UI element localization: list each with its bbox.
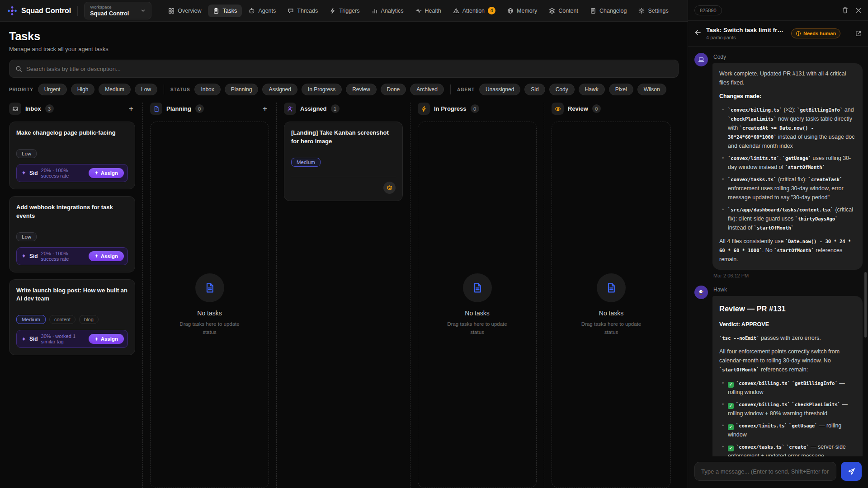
check-icon: ✓ xyxy=(728,446,734,451)
filter-chip-medium[interactable]: Medium xyxy=(99,84,131,95)
nav-item-analytics[interactable]: Analytics xyxy=(367,5,409,17)
grid-icon xyxy=(168,8,175,14)
empty-drop-zone[interactable]: No tasksDrag tasks here to update status xyxy=(418,122,537,488)
chevron-down-icon xyxy=(141,8,146,13)
nav-item-attention[interactable]: Attention4 xyxy=(448,4,500,18)
suggestion-match-text: 20% · 100% success rate xyxy=(41,251,86,262)
filter-chip-cody[interactable]: Cody xyxy=(549,84,575,95)
inline-code: `getUsage` xyxy=(789,423,817,428)
nav-item-tasks[interactable]: Tasks xyxy=(208,5,242,17)
eagle-icon xyxy=(698,289,705,296)
priority-chip: Low xyxy=(16,149,37,158)
inline-code: `checkPlanLimits` xyxy=(728,116,776,122)
search-input[interactable] xyxy=(26,66,672,72)
message-paragraph: `tsc --noEmit` passes with zero errors. xyxy=(719,333,856,343)
filter-chip-urgent[interactable]: Urgent xyxy=(38,84,67,95)
task-card[interactable]: [Landing] Take Kanban screenshot for her… xyxy=(284,122,403,201)
message-input[interactable] xyxy=(694,462,836,481)
needs-human-label: Needs human xyxy=(803,31,836,36)
assign-button[interactable]: ✦Assign xyxy=(89,334,124,344)
back-button[interactable] xyxy=(694,29,702,38)
task-card[interactable]: Write launch blog post: How we built an … xyxy=(9,279,135,356)
filter-chip-sid[interactable]: Sid xyxy=(524,84,545,95)
assign-suggestion: ✦Sid20% · 100% success rate✦Assign xyxy=(16,164,128,182)
filter-chip-low[interactable]: Low xyxy=(135,84,157,95)
nav-item-label: Memory xyxy=(517,8,537,14)
message-composer xyxy=(688,456,868,488)
person-icon xyxy=(287,106,293,112)
message-cody: CodyWork complete. Updated PR #131 with … xyxy=(694,53,863,270)
task-card[interactable]: Make changelog page public-facingLow✦Sid… xyxy=(9,122,135,189)
filter-chip-assigned[interactable]: Assigned xyxy=(262,84,297,95)
add-task-button[interactable]: + xyxy=(127,105,135,113)
task-card[interactable]: Add webhook integrations for task events… xyxy=(9,196,135,272)
filter-chip-high[interactable]: High xyxy=(71,84,95,95)
empty-drop-zone[interactable]: No tasksDrag tasks here to update status xyxy=(552,122,671,488)
page-title: Tasks xyxy=(9,30,679,43)
nav-item-agents[interactable]: Agents xyxy=(244,5,281,17)
assign-button[interactable]: ✦Assign xyxy=(89,251,124,261)
nav-item-label: Changelog xyxy=(599,8,627,14)
filter-chip-unassigned[interactable]: Unassigned xyxy=(479,84,520,95)
inline-code: `startOfMonth` xyxy=(719,367,760,372)
nav-item-label: Settings xyxy=(648,8,668,14)
add-task-button[interactable]: + xyxy=(261,105,269,113)
nav-item-label: Agents xyxy=(258,8,276,14)
sparkle-icon: ✦ xyxy=(21,336,26,343)
layers-icon xyxy=(549,8,555,14)
filter-chip-wilson[interactable]: Wilson xyxy=(637,84,666,95)
nav-item-threads[interactable]: Threads xyxy=(283,5,323,17)
inline-code: `startOfMonth` xyxy=(774,248,814,253)
filter-chip-review[interactable]: Review xyxy=(346,84,376,95)
nav-item-label: Content xyxy=(558,8,578,14)
inline-code: `getBillingInfo` xyxy=(797,107,843,113)
open-task-button[interactable] xyxy=(855,30,862,37)
send-button[interactable] xyxy=(841,462,862,481)
task-title-wrap: Task: Switch task limit from calenda… 4 … xyxy=(706,27,787,40)
assign-button[interactable]: ✦Assign xyxy=(89,168,124,178)
nav-item-changelog[interactable]: Changelog xyxy=(585,5,632,17)
column-header: Inbox3+ xyxy=(9,103,135,115)
close-sidebar-button[interactable] xyxy=(855,7,862,14)
inline-code: `convex/billing.ts` xyxy=(736,380,790,386)
filter-group-label: AGENT xyxy=(457,87,475,92)
nav-divider xyxy=(77,6,78,16)
filter-chip-planning[interactable]: Planning xyxy=(225,84,259,95)
external-link-icon xyxy=(855,30,862,37)
column-inbox: Inbox3+Make changelog page public-facing… xyxy=(9,103,143,488)
nav-item-overview[interactable]: Overview xyxy=(163,5,206,17)
nav-item-label: Triggers xyxy=(339,8,359,14)
column-name: Review xyxy=(568,105,588,112)
nav-item-settings[interactable]: Settings xyxy=(633,5,673,17)
message-author: Cody xyxy=(713,54,863,60)
column-count-badge: 3 xyxy=(45,104,54,113)
search-icon xyxy=(15,66,22,72)
column-cards: [Landing] Take Kanban screenshot for her… xyxy=(284,122,403,201)
filter-chip-done[interactable]: Done xyxy=(381,84,406,95)
kanban-board: Inbox3+Make changelog page public-facing… xyxy=(9,103,679,488)
task-participants: 4 participants xyxy=(706,35,787,40)
inline-code: `tsc --noEmit` xyxy=(719,335,760,341)
filter-chip-in-progress[interactable]: In Progress xyxy=(302,84,342,95)
column-assigned: Assigned1[Landing] Take Kanban screensho… xyxy=(277,103,410,488)
nav-item-label: Health xyxy=(425,8,441,14)
scrollbar-thumb[interactable] xyxy=(864,272,867,338)
nav-item-health[interactable]: Health xyxy=(410,5,446,17)
filter-chip-pixel[interactable]: Pixel xyxy=(609,84,633,95)
filter-chip-archived[interactable]: Archived xyxy=(410,84,444,95)
alert-circle-icon xyxy=(796,31,801,36)
delete-task-button[interactable] xyxy=(842,7,849,14)
nav-item-triggers[interactable]: Triggers xyxy=(325,5,364,17)
nav-item-content[interactable]: Content xyxy=(544,5,583,17)
nav-item-memory[interactable]: Memory xyxy=(502,5,542,17)
pulse-icon xyxy=(415,8,422,14)
filter-chip-hawk[interactable]: Hawk xyxy=(579,84,605,95)
column-count-badge: 0 xyxy=(471,104,479,113)
column-icon-box xyxy=(552,103,564,115)
priority-chip: Medium xyxy=(291,158,321,167)
nav-item-label: Tasks xyxy=(222,8,237,14)
empty-drop-zone[interactable]: No tasksDrag tasks here to update status xyxy=(150,122,269,488)
workspace-selector[interactable]: Workspace Squad Control xyxy=(84,2,151,19)
filter-chip-inbox[interactable]: Inbox xyxy=(194,84,220,95)
eye-icon xyxy=(555,106,561,112)
